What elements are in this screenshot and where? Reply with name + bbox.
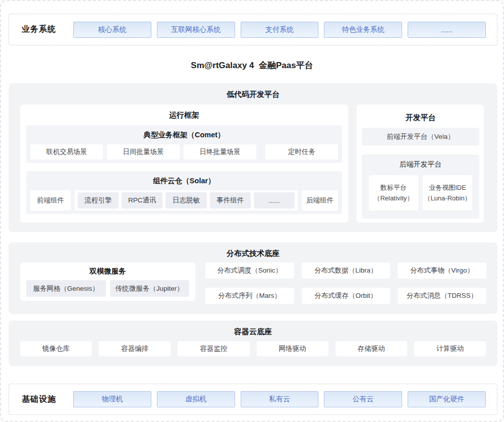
button-physical-machine[interactable]: 物理机: [73, 391, 151, 407]
comet-framework-title: 典型业务框架（Comet）: [30, 129, 338, 144]
card-business-view-line2: （Luna-Robin）: [424, 193, 471, 203]
button-featured-business-system[interactable]: 特色业务系统: [324, 22, 402, 38]
card-business-view-ide: 业务视图IDE （Luna-Robin）: [423, 175, 472, 210]
cell-network-driver: 网络驱动: [257, 341, 328, 356]
cell-distributed-data-libra: 分布式数据（Libra）: [302, 262, 390, 279]
cell-distributed-scheduling-sonic: 分布式调度（Sonic）: [205, 262, 294, 279]
solar-item-log-masking: 日志脱敏: [165, 192, 206, 208]
solar-components-title: 组件云仓（Solar）: [30, 175, 338, 190]
card-data-standard-line2: （Relativity）: [374, 193, 414, 203]
business-systems-row: 业务系统 核心系统 互联网核心系统 支付系统 特色业务系统 ......: [9, 14, 497, 45]
cell-compute-driver: 计算驱动: [414, 341, 486, 356]
solar-components-strip: 组件云仓（Solar） 前端组件 流程引擎 RPC通讯 日志脱敏 事件组件 ..…: [26, 171, 342, 214]
business-systems-label: 业务系统: [22, 24, 73, 35]
comet-item-online-trading: 联机交易场景: [30, 144, 103, 160]
chip-service-mesh-genesis: 服务网格（Genesis）: [26, 280, 106, 297]
runtime-framework-panel: 运行框架 典型业务框架（Comet） 联机交易场景 日间批量场景 日终批量场景 …: [20, 104, 348, 223]
distributed-base-title: 分布式技术底座: [9, 242, 497, 258]
cell-image-registry: 镜像仓库: [20, 341, 92, 356]
button-internet-core-system[interactable]: 互联网核心系统: [157, 22, 235, 38]
card-data-standard-line1: 数标平台: [380, 182, 407, 193]
solar-middle-container: 流程引擎 RPC通讯 日志脱敏 事件组件 ......: [75, 190, 298, 210]
button-virtual-machine[interactable]: 虚拟机: [157, 391, 235, 407]
dev-platform-title: 开发平台: [362, 112, 479, 126]
cell-distributed-cache-orbit: 分布式缓存（Orbit）: [302, 288, 390, 304]
backend-dev-platform-title: 后端开发平台: [369, 160, 472, 175]
button-payment-system[interactable]: 支付系统: [241, 22, 319, 38]
button-core-system[interactable]: 核心系统: [73, 22, 151, 38]
button-more-systems[interactable]: ......: [408, 22, 486, 38]
button-domestic-hardware[interactable]: 国产化硬件: [408, 391, 486, 407]
cell-distributed-transaction-virgo: 分布式事物（Virgo）: [398, 262, 486, 279]
distributed-base-section: 分布式技术底座 双模微服务 服务网格（Genesis） 传统微服务（Jupite…: [9, 242, 497, 314]
cell-distributed-sequence-mars: 分布式序列（Mars）: [205, 288, 294, 304]
container-base-title: 容器云底座: [9, 321, 497, 337]
cell-distributed-message-tdrss: 分布式消息（TDRSS）: [398, 288, 486, 304]
page-title: Sm@rtGalaxy 4 金融Paas平台: [1, 60, 503, 71]
infrastructure-buttons: 物理机 虚拟机 私有云 公有云 国产化硬件: [73, 391, 486, 407]
dev-platform-panel: 开发平台 前端开发平台（Vela） 后端开发平台 数标平台 （Relativit…: [357, 104, 484, 223]
distributed-services-grid: 分布式调度（Sonic） 分布式数据（Libra） 分布式事物（Virgo） 分…: [205, 262, 486, 304]
comet-item-endofday-batch: 日终批量场景: [184, 144, 256, 160]
dual-mode-microservices-panel: 双模微服务 服务网格（Genesis） 传统微服务（Jupiter）: [20, 262, 195, 301]
infrastructure-row: 基础设施 物理机 虚拟机 私有云 公有云 国产化硬件: [9, 384, 497, 415]
card-business-view-line1: 业务视图IDE: [429, 182, 466, 193]
architecture-diagram-canvas: 业务系统 核心系统 互联网核心系统 支付系统 特色业务系统 ...... Sm@…: [0, 0, 504, 422]
business-systems-buttons: 核心系统 互联网核心系统 支付系统 特色业务系统 ......: [73, 22, 486, 38]
solar-item-rpc: RPC通讯: [122, 192, 162, 208]
runtime-framework-title: 运行框架: [26, 110, 342, 125]
frontend-dev-platform-bar: 前端开发平台（Vela）: [362, 128, 479, 145]
chip-traditional-microservice-jupiter: 传统微服务（Jupiter）: [110, 280, 190, 297]
dual-mode-title: 双模微服务: [26, 267, 189, 280]
lowcode-platform-title: 低代码开发平台: [9, 83, 497, 99]
solar-frontend-component: 前端组件: [30, 190, 71, 210]
cell-container-monitoring: 容器监控: [178, 341, 249, 356]
solar-backend-component: 后端组件: [302, 190, 338, 210]
cell-storage-driver: 存储驱动: [335, 341, 407, 356]
button-public-cloud[interactable]: 公有云: [324, 391, 402, 407]
comet-item-scheduled-task: 定时任务: [265, 144, 338, 160]
backend-dev-platform-box: 后端开发平台 数标平台 （Relativity） 业务视图IDE （Luna-R…: [362, 154, 479, 219]
solar-item-process-engine: 流程引擎: [78, 192, 119, 208]
button-private-cloud[interactable]: 私有云: [241, 391, 319, 407]
cell-container-orchestration: 容器编排: [99, 341, 171, 356]
infrastructure-label: 基础设施: [22, 394, 73, 405]
comet-framework-strip: 典型业务框架（Comet） 联机交易场景 日间批量场景 日终批量场景 定时任务: [26, 125, 342, 163]
solar-item-more: ......: [254, 192, 295, 208]
container-base-section: 容器云底座 镜像仓库 容器编排 容器监控 网络驱动 存储驱动 计算驱动: [9, 321, 497, 366]
card-data-standard-platform: 数标平台 （Relativity）: [369, 175, 418, 210]
solar-item-event-component: 事件组件: [210, 192, 251, 208]
comet-item-daytime-batch: 日间批量场景: [107, 144, 180, 160]
lowcode-platform-section: 低代码开发平台 运行框架 典型业务框架（Comet） 联机交易场景 日间批量场景…: [9, 83, 497, 232]
